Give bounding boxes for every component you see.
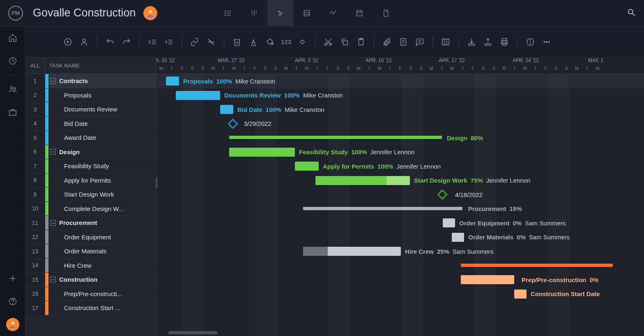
task-bar[interactable] (514, 290, 527, 299)
collapse-icon[interactable]: − (50, 149, 56, 155)
svg-rect-13 (304, 10, 309, 16)
timeline-day-label: S (478, 66, 488, 74)
timeline-day-label: F (540, 66, 551, 74)
list-view-tab[interactable] (215, 0, 241, 26)
team-nav-icon[interactable] (0, 78, 25, 101)
row-number: 12 (25, 230, 45, 244)
summary-bar[interactable] (303, 207, 462, 210)
task-bar[interactable] (315, 176, 410, 185)
milestone-icon[interactable] (295, 35, 309, 49)
outdent-icon[interactable] (145, 35, 159, 49)
profile-avatar[interactable] (6, 318, 19, 331)
number-format-icon[interactable]: 123 (279, 38, 293, 45)
task-progress (303, 247, 328, 256)
task-row[interactable]: 14Hire Crew (25, 259, 156, 273)
task-row[interactable]: 1−Contracts (25, 74, 156, 88)
calendar-view-tab[interactable] (346, 0, 373, 26)
task-row[interactable]: 3Documents Review (25, 102, 156, 117)
task-name: Proposals (48, 92, 156, 99)
task-row[interactable]: 12Order Equipment (25, 230, 156, 245)
portfolio-nav-icon[interactable] (0, 101, 25, 124)
task-row[interactable]: 10Complete Design W... (25, 202, 156, 216)
undo-icon[interactable] (103, 35, 117, 49)
task-row[interactable]: 7Feasibility Study (25, 159, 156, 174)
task-bar[interactable] (443, 218, 455, 227)
timeline-date-label: APR, 17 '22 (439, 58, 465, 63)
help-nav-icon[interactable] (0, 290, 25, 313)
milestone-marker[interactable] (228, 118, 238, 129)
row-color-indicator (45, 244, 48, 258)
task-bar[interactable] (176, 91, 220, 100)
timeline-day-label: T (509, 66, 520, 74)
add-nav-icon[interactable] (0, 267, 25, 290)
bar-label: Proposals100%Mike Cranston (183, 76, 275, 86)
more-icon[interactable] (540, 35, 554, 49)
task-row[interactable]: 15−Construction (25, 273, 156, 287)
task-bar[interactable] (220, 105, 233, 114)
recent-nav-icon[interactable] (0, 49, 25, 72)
import-icon[interactable] (465, 35, 478, 49)
add-task-icon[interactable] (61, 35, 75, 49)
cut-icon[interactable] (321, 35, 335, 49)
horizontal-scrollbar[interactable]: Contracts100% (168, 331, 218, 334)
task-bar[interactable] (166, 76, 179, 86)
collapse-icon[interactable]: − (50, 78, 56, 84)
milestone-marker[interactable] (437, 189, 447, 199)
task-row[interactable]: 16Prep/Pre-constructi... (25, 287, 156, 301)
columns-icon[interactable] (439, 35, 453, 49)
task-row[interactable]: 13Order Materials (25, 244, 156, 259)
attachment-icon[interactable] (380, 35, 394, 49)
delete-icon[interactable] (230, 35, 244, 49)
home-nav-icon[interactable] (0, 26, 25, 49)
task-row[interactable]: 17Construction Start ... (25, 301, 156, 315)
task-row[interactable]: 8Apply for Permits (25, 174, 156, 188)
copy-icon[interactable] (338, 35, 352, 49)
gantt-row: Order Equipment0%Sam Summers (156, 216, 644, 230)
task-row[interactable]: 4Bid Date (25, 117, 156, 131)
collapse-icon[interactable]: − (50, 277, 56, 283)
task-bar[interactable] (303, 247, 401, 256)
app-logo[interactable]: PM (8, 6, 23, 21)
summary-bar[interactable] (461, 264, 613, 267)
task-bar[interactable] (461, 275, 514, 284)
task-name: Documents Review (48, 106, 156, 113)
task-bar[interactable] (229, 148, 295, 157)
task-row[interactable]: 2Proposals (25, 88, 156, 103)
print-icon[interactable] (497, 35, 511, 49)
indent-icon[interactable] (162, 35, 176, 49)
redo-icon[interactable] (120, 35, 133, 49)
board-view-tab[interactable] (241, 0, 267, 26)
svg-point-0 (149, 10, 152, 13)
row-color-indicator (45, 174, 48, 188)
info-icon[interactable] (523, 35, 537, 49)
user-avatar[interactable] (143, 6, 157, 20)
link-icon[interactable] (188, 35, 202, 49)
collapse-icon[interactable]: − (50, 220, 56, 226)
gantt-view-tab[interactable] (267, 0, 294, 26)
unlink-icon[interactable] (204, 35, 218, 49)
text-color-icon[interactable] (246, 35, 260, 49)
file-view-tab[interactable] (373, 0, 399, 26)
task-row[interactable]: 5Award Date (25, 131, 156, 145)
timeline-day-label: T (582, 66, 592, 74)
task-bar[interactable] (295, 162, 319, 171)
search-icon[interactable] (627, 8, 636, 19)
dashboard-view-tab[interactable] (320, 0, 346, 26)
svg-point-24 (14, 88, 16, 90)
task-bar[interactable] (452, 233, 464, 242)
fill-color-icon[interactable] (263, 35, 277, 49)
task-row[interactable]: 9Start Design Work (25, 188, 156, 202)
gantt-chart[interactable]: R, 20 '22MAR, 27 '22APR, 3 '22APR, 10 '2… (156, 58, 644, 336)
column-header-all[interactable]: ALL (25, 58, 45, 74)
comment-icon[interactable] (413, 35, 427, 49)
summary-bar[interactable] (229, 136, 442, 139)
sheet-view-tab[interactable] (294, 0, 320, 26)
notes-icon[interactable] (396, 35, 410, 49)
svg-point-74 (548, 41, 550, 42)
assign-icon[interactable] (77, 35, 91, 49)
column-header-name[interactable]: TASK NAME (45, 58, 156, 74)
task-row[interactable]: 11−Procurement (25, 216, 156, 230)
paste-icon[interactable] (354, 35, 368, 49)
task-row[interactable]: 6−Design (25, 145, 156, 160)
export-icon[interactable] (481, 35, 495, 49)
